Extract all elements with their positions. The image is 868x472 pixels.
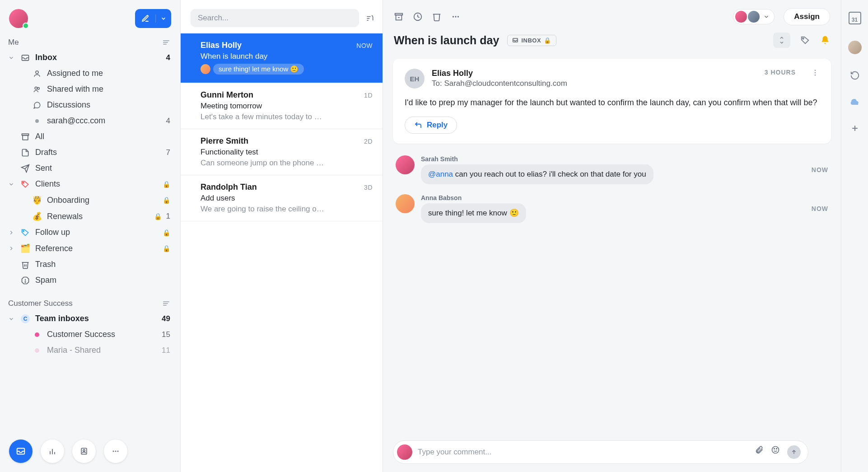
- comment-composer[interactable]: Type your comment...: [393, 440, 808, 464]
- composer-input[interactable]: Type your comment...: [418, 448, 749, 457]
- composer-avatar: [397, 444, 412, 460]
- footer-contacts-button[interactable]: [72, 439, 96, 463]
- nav-onboarding[interactable]: 🤴 Onboarding 🔒: [0, 192, 180, 208]
- nav-customer-success[interactable]: Customer Success 15: [0, 327, 180, 342]
- cloud-icon[interactable]: [849, 97, 860, 107]
- conversation-title: When is launch day: [394, 34, 499, 47]
- thread-preview: Can someone jump on the phone …: [201, 159, 373, 168]
- svg-point-35: [453, 16, 454, 17]
- attachment-icon[interactable]: [755, 445, 764, 459]
- compose-button[interactable]: [135, 9, 171, 28]
- nav-sarah-inbox[interactable]: sarah@ccc.com 4: [0, 113, 180, 129]
- nav-label: Inbox: [35, 53, 162, 62]
- sort-button[interactable]: [365, 14, 374, 23]
- nav-inbox[interactable]: Inbox 4: [0, 50, 180, 65]
- send-button[interactable]: [787, 445, 801, 459]
- message-more-icon[interactable]: [811, 69, 819, 77]
- section-menu-icon[interactable]: [162, 300, 170, 307]
- nav-followup[interactable]: Follow up 🔒: [0, 224, 180, 240]
- message-from: Elias Holly: [432, 69, 757, 78]
- mention[interactable]: @anna: [428, 170, 453, 178]
- search-placeholder: Search...: [198, 14, 229, 23]
- search-input[interactable]: Search...: [191, 9, 359, 27]
- bell-icon[interactable]: [820, 35, 830, 45]
- nav-count: 4: [166, 53, 170, 62]
- refresh-icon[interactable]: [850, 70, 860, 80]
- thread-sender: Randolph Tian: [201, 182, 257, 192]
- svg-point-42: [815, 75, 816, 76]
- assign-button[interactable]: Assign: [784, 8, 830, 25]
- users-icon: [32, 85, 42, 93]
- nav-label: sarah@ccc.com: [47, 116, 162, 126]
- more-icon[interactable]: [451, 12, 461, 22]
- thread-comment-chip: sure thing! let me know 🙂: [201, 64, 304, 75]
- compose-dropdown-chevron-icon[interactable]: [156, 15, 171, 22]
- nav-count: 7: [166, 148, 170, 157]
- footer-inbox-button[interactable]: [9, 439, 33, 463]
- presence-online-dot: [23, 23, 29, 29]
- thread-time: 2D: [364, 138, 373, 145]
- nav-drafts[interactable]: Drafts 7: [0, 145, 180, 160]
- nav-reference[interactable]: 🗂️ Reference 🔒: [0, 240, 180, 257]
- svg-rect-8: [23, 135, 28, 140]
- thread-sender: Elias Holly: [201, 41, 242, 50]
- section-header-me: Me: [0, 35, 180, 50]
- archive-icon[interactable]: [394, 12, 404, 22]
- nav-label: Customer Success: [47, 330, 157, 339]
- right-rail: 31: [841, 0, 868, 472]
- nav-spam[interactable]: Spam: [0, 272, 180, 288]
- dot-icon: [32, 119, 42, 123]
- comments-section: Sarah Smith @anna can you reach out to e…: [383, 144, 841, 240]
- message-time: 3 HOURS: [765, 69, 796, 76]
- comment-bubble: sure thing! let me know 🙂: [421, 203, 526, 223]
- snooze-icon[interactable]: [413, 12, 423, 22]
- comment-time: NOW: [812, 166, 828, 173]
- nav-team-inboxes[interactable]: C Team inboxes 49: [0, 311, 180, 327]
- comment-author: Anna Babson: [421, 194, 526, 201]
- expand-icon[interactable]: [773, 33, 790, 48]
- thread-time: 1D: [364, 92, 373, 99]
- svg-point-23: [83, 449, 85, 451]
- nav-sent[interactable]: Sent: [0, 160, 180, 176]
- nav-discussions[interactable]: Discussions: [0, 97, 180, 113]
- thread-item[interactable]: Gunni Merton 1D Meeting tomorrow Let's t…: [181, 83, 383, 129]
- document-icon: [20, 148, 31, 157]
- section-menu-icon[interactable]: [162, 39, 170, 46]
- trash-icon[interactable]: [432, 12, 442, 22]
- thread-item[interactable]: Pierre Smith 2D Functionality test Can s…: [181, 129, 383, 175]
- plus-icon[interactable]: [850, 124, 859, 133]
- current-user-avatar[interactable]: [9, 9, 28, 28]
- nav-trash[interactable]: Trash: [0, 257, 180, 272]
- comment-author: Sarah Smith: [421, 155, 653, 163]
- participants-dropdown[interactable]: [733, 9, 775, 24]
- inbox-badge[interactable]: INBOX 🔒: [507, 35, 556, 46]
- svg-point-40: [815, 70, 816, 71]
- footer-analytics-button[interactable]: [41, 439, 64, 463]
- tag-icon[interactable]: [800, 35, 810, 45]
- emoji-money-icon: 💰: [32, 211, 42, 221]
- calendar-icon[interactable]: 31: [849, 12, 861, 24]
- chat-bubble-icon: [32, 101, 42, 109]
- nav-label: Trash: [35, 260, 170, 269]
- lock-icon: 🔒: [154, 213, 162, 220]
- thread-item[interactable]: Randolph Tian 3D Add users We are going …: [181, 175, 383, 221]
- pencil-icon[interactable]: [135, 14, 156, 23]
- nav-renewals[interactable]: 💰 Renewals 🔒 1: [0, 208, 180, 224]
- nav-clients[interactable]: Clients 🔒: [0, 176, 180, 192]
- reply-button[interactable]: Reply: [405, 117, 457, 134]
- nav-label: Drafts: [35, 148, 162, 157]
- nav-all[interactable]: All: [0, 129, 180, 145]
- footer-more-button[interactable]: [104, 439, 127, 463]
- chevron-right-icon: [8, 229, 15, 236]
- conversation-toolbar: Assign: [383, 0, 841, 30]
- thread-item[interactable]: Elias Holly NOW When is launch day sure …: [181, 33, 383, 83]
- emoji-icon[interactable]: [771, 445, 780, 459]
- nav-shared[interactable]: Shared with me: [0, 81, 180, 97]
- nav-assigned[interactable]: Assigned to me: [0, 65, 180, 81]
- chip-text: sure thing! let me know 🙂: [213, 64, 304, 75]
- thread-list: Search... Elias Holly NOW When is launch…: [181, 0, 383, 472]
- chip-avatar: [201, 64, 210, 74]
- thread-time: 3D: [364, 184, 373, 191]
- rail-participant-avatar[interactable]: [848, 41, 862, 54]
- nav-maria-shared[interactable]: Maria - Shared 11: [0, 342, 180, 358]
